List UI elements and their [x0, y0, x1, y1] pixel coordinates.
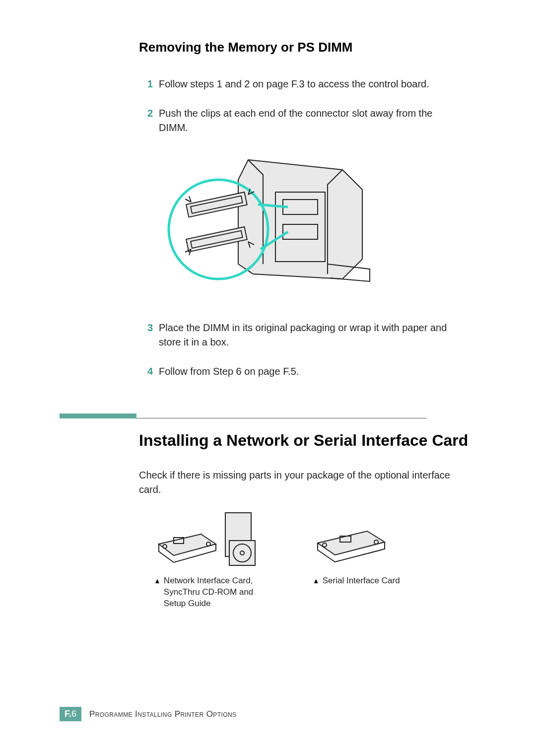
step-number: 2	[139, 106, 153, 135]
step-text: Follow from Step 6 on page F.5.	[159, 364, 462, 379]
caption-text: Serial Interface Card	[323, 575, 400, 587]
package-caption: ▲ Network Interface Card, SyncThru CD-RO…	[154, 575, 268, 610]
package-caption: ▲ Serial Interface Card	[313, 575, 400, 587]
step-text: Place the DIMM in its original packaging…	[159, 321, 462, 349]
manual-page: Removing the Memory or PS DIMM 1 Follow …	[0, 0, 536, 756]
section-heading-removing-dimm: Removing the Memory or PS DIMM	[139, 40, 476, 55]
step-text: Push the clips at each end of the connec…	[159, 106, 462, 135]
section-heading-installing-card: Installing a Network or Serial Interface…	[139, 430, 476, 450]
divider-accent	[60, 413, 136, 418]
step-item: 3 Place the DIMM in its original packagi…	[139, 321, 462, 349]
page-number: 6	[71, 709, 76, 719]
steps-list: 1 Follow steps 1 and 2 on page F.3 to ac…	[139, 77, 462, 135]
printer-svg	[164, 150, 377, 299]
footer-title: Programme Installing Printer Options	[89, 709, 236, 719]
step-item: 1 Follow steps 1 and 2 on page F.3 to ac…	[139, 77, 462, 91]
caption-text: Network Interface Card, SyncThru CD-ROM …	[164, 575, 268, 610]
package-network-card: ▲ Network Interface Card, SyncThru CD-RO…	[154, 512, 268, 610]
divider-line	[136, 418, 427, 418]
step-item: 2 Push the clips at each end of the conn…	[139, 106, 462, 135]
triangle-marker-icon: ▲	[154, 576, 161, 610]
step-number: 3	[139, 321, 153, 349]
package-contents-row: ▲ Network Interface Card, SyncThru CD-RO…	[154, 512, 476, 610]
page-prefix: F.	[65, 709, 71, 719]
package-serial-card: ▲ Serial Interface Card	[313, 512, 400, 610]
triangle-marker-icon: ▲	[313, 576, 320, 587]
section-divider	[60, 413, 427, 418]
steps-list-continued: 3 Place the DIMM in its original packagi…	[139, 321, 462, 379]
page-number-badge: F.6	[60, 707, 81, 721]
step-item: 4 Follow from Step 6 on page F.5.	[139, 364, 462, 379]
printer-open-illustration	[164, 150, 476, 301]
step-number: 4	[139, 364, 153, 379]
step-text: Follow steps 1 and 2 on page F.3 to acce…	[159, 77, 462, 91]
network-card-illustration	[154, 512, 257, 566]
serial-card-illustration	[313, 512, 387, 566]
intro-paragraph: Check if there is missing parts in your …	[139, 468, 457, 497]
page-footer: F.6 Programme Installing Printer Options	[60, 707, 236, 721]
step-number: 1	[139, 77, 153, 91]
